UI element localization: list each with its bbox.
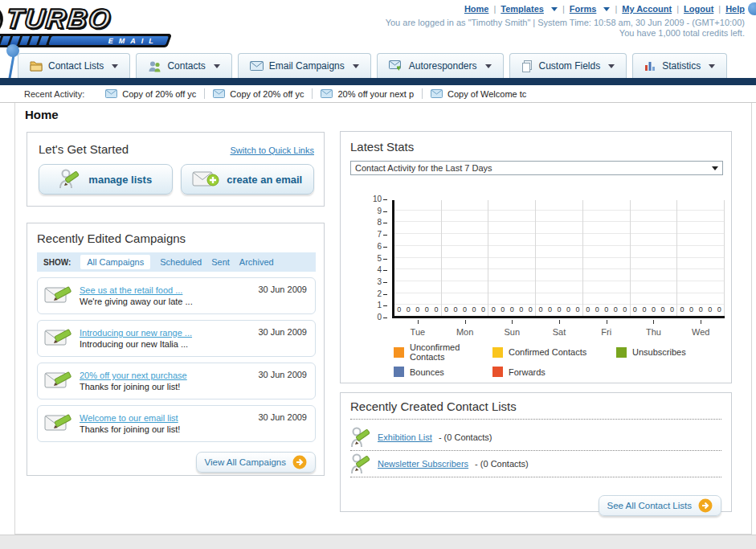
recent-activity-item-label: 20% off your next p	[337, 89, 414, 99]
chart-y-tick	[383, 247, 387, 248]
contact-list-link[interactable]: Newsletter Subscribers	[378, 459, 468, 469]
manage-lists-button[interactable]: manage lists	[39, 164, 173, 195]
envelope-small-icon	[213, 89, 225, 98]
filter-all-campaigns[interactable]: All Campaigns	[80, 255, 150, 269]
switch-quick-links-link[interactable]: Switch to Quick Links	[230, 145, 314, 155]
stats-period-select[interactable]: Contact Activity for the Last 7 Days	[350, 161, 723, 175]
separator: |	[562, 4, 565, 14]
legend-swatch	[394, 347, 404, 358]
tab-label: Email Campaigns	[269, 60, 345, 72]
top-link-logout[interactable]: Logout	[684, 4, 713, 14]
chart-value-label: 0	[510, 306, 514, 313]
help-bubble-icon[interactable]	[748, 2, 756, 15]
campaign-title-link[interactable]: 20% off your next purchase	[80, 371, 251, 380]
campaign-row[interactable]: Introducing our new range ...Introducing…	[37, 320, 316, 357]
tab-label: Custom Fields	[539, 60, 601, 72]
custom-fields-icon	[521, 60, 533, 72]
chart-day-group: 00000Fri	[583, 200, 631, 316]
person-pencil-icon	[59, 168, 81, 191]
see-all-contact-lists-button[interactable]: See All Contact Lists	[599, 495, 721, 516]
top-link-home[interactable]: Home	[464, 4, 489, 14]
envelope-small-icon	[105, 89, 117, 98]
tab-contacts[interactable]: Contacts	[136, 53, 231, 78]
chart-day-group: 00000Sat	[536, 200, 583, 316]
filter-archived[interactable]: Archived	[239, 257, 274, 267]
chart-y-tick-label: 2	[377, 290, 382, 298]
list-pencil-icon	[350, 425, 371, 449]
chart-value-label: 0	[623, 306, 627, 313]
legend-label: Bounces	[410, 367, 444, 377]
recent-activity-bar: Recent Activity: Copy of 20% off ycCopy …	[0, 85, 756, 103]
chart-y-tick	[383, 199, 387, 200]
top-link-my-account[interactable]: My Account	[622, 4, 672, 14]
campaign-title-link[interactable]: See us at the retail food ...	[80, 285, 251, 295]
get-started-panel: Let's Get Started Switch to Quick Links …	[27, 132, 325, 207]
campaign-title-link[interactable]: Welcome to our email list	[80, 413, 251, 423]
campaign-row[interactable]: See us at the retail food ...We're givin…	[37, 277, 316, 314]
contact-list-items: Exhibition List - (0 Contacts)Newsletter…	[350, 424, 721, 477]
view-all-campaigns-button[interactable]: View All Campaigns	[196, 452, 316, 473]
logo-subtitle: EMAIL	[108, 37, 160, 45]
top-link-help[interactable]: Help	[725, 4, 745, 14]
contact-list-count: - (0 Contacts)	[475, 459, 529, 469]
separator: |	[718, 4, 721, 14]
campaign-row[interactable]: 20% off your next purchaseThanks for joi…	[37, 363, 316, 399]
legend-label: Confirmed Contacts	[509, 347, 586, 357]
tab-email-campaigns[interactable]: Email Campaigns	[238, 53, 371, 78]
nav-divider-bar	[0, 78, 756, 85]
chevron-down-icon	[353, 64, 359, 68]
tab-label: Autoresponders	[409, 60, 477, 72]
chart-value-label: 0	[557, 306, 561, 313]
chart-y-tick-label: 7	[377, 231, 382, 239]
arrow-circle-icon	[292, 455, 307, 469]
recent-activity-item-label: Copy of Welcome tc	[447, 89, 526, 99]
tab-label: Statistics	[662, 60, 701, 72]
recent-activity-item[interactable]: 20% off your next p	[313, 89, 422, 99]
top-link-templates[interactable]: Templates	[501, 4, 544, 14]
button-label: create an email	[227, 174, 302, 186]
folder-icon	[30, 60, 43, 72]
chart-value-label: 0	[472, 306, 476, 313]
chart-value-label: 0	[576, 306, 580, 313]
tab-custom-fields[interactable]: Custom Fields	[509, 53, 627, 78]
campaign-date: 30 Jun 2009	[258, 412, 307, 422]
chart-y-tick-label: 3	[377, 278, 382, 286]
campaign-row[interactable]: Welcome to our email listThanks for join…	[37, 405, 316, 442]
campaign-pencil-icon	[44, 412, 73, 435]
campaign-date: 30 Jun 2009	[258, 370, 307, 379]
legend-item: Unconfirmed Contacts	[394, 342, 492, 362]
tab-label: Contact Lists	[48, 60, 104, 72]
chart-value-label: 0	[595, 306, 599, 313]
main-content: Home Let's Get Started Switch to Quick L…	[14, 103, 752, 535]
recent-activity-item[interactable]: Copy of 20% off yc	[205, 89, 312, 99]
top-nav: Home|Templates|Forms|My Account|Logout|H…	[464, 4, 745, 14]
recent-activity-item-label: Copy of 20% off yc	[122, 89, 196, 99]
chevron-down-icon	[214, 64, 220, 68]
chart-value-label: 0	[652, 306, 656, 313]
recent-activity-item[interactable]: Copy of Welcome tc	[423, 89, 534, 99]
chart-value-label: 0	[444, 306, 448, 313]
tab-contact-lists[interactable]: Contact Lists	[18, 53, 130, 78]
chart-value-label: 0	[604, 306, 608, 313]
tab-statistics[interactable]: Statistics	[632, 53, 727, 78]
campaign-pencil-icon	[44, 285, 73, 307]
contact-list-link[interactable]: Exhibition List	[378, 432, 432, 442]
campaign-title-link[interactable]: Introducing our new range ...	[80, 328, 251, 338]
recent-activity-item[interactable]: Copy of 20% off yc	[97, 89, 204, 99]
contact-list-row: Exhibition List - (0 Contacts)	[350, 424, 721, 451]
chevron-down-icon	[485, 64, 492, 68]
chart-value-label: 0	[566, 306, 570, 313]
tab-autoresponders[interactable]: Autoresponders	[377, 53, 504, 78]
recent-activity-item-label: Copy of 20% off yc	[230, 89, 304, 99]
chart-value-label: 0	[529, 306, 533, 313]
filter-sent[interactable]: Sent	[211, 257, 230, 267]
campaign-subtitle: Thanks for joining our list!	[80, 382, 251, 391]
filter-scheduled[interactable]: Scheduled	[160, 257, 202, 267]
top-link-forms[interactable]: Forms	[570, 4, 597, 14]
chart-y-tick	[383, 294, 387, 295]
chart-y-tick-label: 1	[377, 301, 382, 309]
logo-email-bar: EMAIL	[0, 34, 172, 47]
create-an-email-button[interactable]: create an email	[181, 164, 315, 195]
chart-value-label: 0	[481, 306, 485, 313]
chevron-down-icon	[608, 64, 615, 68]
